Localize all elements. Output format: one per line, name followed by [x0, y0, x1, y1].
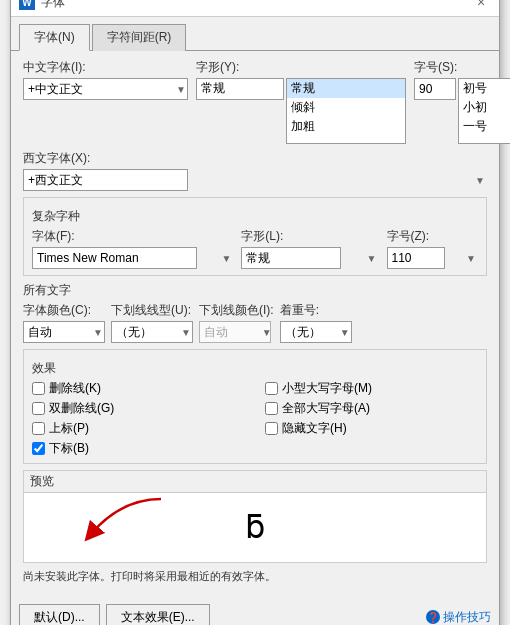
size-item-xiaochuo[interactable]: 小初 [459, 98, 510, 117]
size-item-yihao[interactable]: 一号 [459, 117, 510, 136]
underline-color-select-wrap: 自动 ▼ [199, 321, 274, 343]
bottom-bar: 默认(D)... 文本效果(E)... ❓ 操作技巧 [11, 598, 499, 626]
complex-font-title: 复杂字种 [32, 208, 478, 225]
underline-color-select[interactable]: 自动 [199, 321, 271, 343]
complex-font-select[interactable]: Times New Roman [32, 247, 197, 269]
complex-style-arrow: ▼ [367, 252, 377, 263]
strikethrough-row: 删除线(K) [32, 380, 245, 397]
underline-type-col: 下划线线型(U): （无） ▼ [111, 302, 193, 343]
underline-type-select-wrap: （无） ▼ [111, 321, 193, 343]
tab-char-spacing[interactable]: 字符间距(R) [92, 24, 187, 51]
superscript-label: 上标(P) [49, 420, 89, 437]
operation-tips-link[interactable]: ❓ 操作技巧 [426, 609, 491, 626]
font-size-col: 字号(S): 初号 小初 一号 [414, 59, 510, 144]
complex-size-label: 字号(Z): [387, 228, 478, 245]
strikethrough-label: 删除线(K) [49, 380, 101, 397]
font-style-label: 字形(Y): [196, 59, 406, 76]
effects-grid: 删除线(K) 小型大写字母(M) 双删除线(G) 全部大写字母(A) [32, 380, 478, 457]
hidden-checkbox[interactable] [265, 422, 278, 435]
superscript-checkbox[interactable] [32, 422, 45, 435]
font-style-col: 字形(Y): 常规 倾斜 加粗 [196, 59, 406, 144]
small-caps-checkbox[interactable] [265, 382, 278, 395]
chinese-font-label: 中文字体(I): [23, 59, 188, 76]
complex-style-select-wrap: 常规 ▼ [241, 247, 378, 269]
font-size-area: 初号 小初 一号 [414, 78, 510, 144]
all-caps-checkbox[interactable] [265, 402, 278, 415]
small-caps-label: 小型大写字母(M) [282, 380, 372, 397]
complex-font-col: 字体(F): Times New Roman ▼ [32, 228, 233, 269]
subscript-checkbox[interactable] [32, 442, 45, 455]
preview-section: 预览 ƃ [23, 470, 487, 563]
close-button[interactable]: × [471, 0, 491, 12]
emphasis-select-wrap: （无） ▼ [280, 321, 352, 343]
style-item-regular[interactable]: 常规 [287, 79, 405, 98]
western-font-select[interactable]: +西文正文 [23, 169, 188, 191]
complex-font-label: 字体(F): [32, 228, 233, 245]
double-strikethrough-label: 双删除线(G) [49, 400, 114, 417]
subscript-label: 下标(B) [49, 440, 89, 457]
hidden-row: 隐藏文字(H) [265, 420, 478, 437]
complex-font-row: 字体(F): Times New Roman ▼ 字形(L): 常规 [32, 228, 478, 269]
complex-font-select-wrap: Times New Roman ▼ [32, 247, 233, 269]
strikethrough-checkbox[interactable] [32, 382, 45, 395]
font-style-dropdown: 常规 倾斜 加粗 [286, 78, 406, 144]
complex-style-select[interactable]: 常规 [241, 247, 341, 269]
text-effects-button[interactable]: 文本效果(E)... [106, 604, 210, 626]
subscript-row: 下标(B) [32, 440, 245, 457]
font-size-list[interactable]: 初号 小初 一号 [458, 78, 510, 144]
complex-size-select[interactable]: 110 [387, 247, 445, 269]
font-size-input[interactable] [414, 78, 456, 100]
emphasis-select[interactable]: （无） [280, 321, 352, 343]
default-button[interactable]: 默认(D)... [19, 604, 100, 626]
font-dialog: W 字体 × 字体(N) 字符间距(R) 中文字体(I): +中文正文 ▼ [10, 0, 500, 625]
title-bar-left: W 字体 [19, 0, 65, 11]
preview-box: ƃ [24, 492, 486, 562]
font-color-select-wrap: 自动 ▼ [23, 321, 105, 343]
main-content: 中文字体(I): +中文正文 ▼ 字形(Y): 常规 倾斜 [11, 50, 499, 598]
small-caps-row: 小型大写字母(M) [265, 380, 478, 397]
tab-font[interactable]: 字体(N) [19, 24, 90, 51]
underline-type-select[interactable]: （无） [111, 321, 193, 343]
font-color-select[interactable]: 自动 [23, 321, 105, 343]
western-font-row: 西文字体(X): +西文正文 ▼ [23, 150, 487, 191]
chinese-font-col: 中文字体(I): +中文正文 ▼ [23, 59, 188, 100]
all-caps-row: 全部大写字母(A) [265, 400, 478, 417]
size-item-chuhao[interactable]: 初号 [459, 79, 510, 98]
emphasis-label: 着重号: [280, 302, 352, 319]
western-font-arrow: ▼ [475, 174, 485, 185]
style-item-italic[interactable]: 倾斜 [287, 98, 405, 117]
font-style-list[interactable]: 常规 倾斜 加粗 [286, 78, 406, 144]
font-row-1: 中文字体(I): +中文正文 ▼ 字形(Y): 常规 倾斜 [23, 59, 487, 144]
font-style-area: 常规 倾斜 加粗 [196, 78, 406, 144]
font-color-col: 字体颜色(C): 自动 ▼ [23, 302, 105, 343]
tips-icon: ❓ [426, 610, 440, 624]
complex-font-arrow: ▼ [221, 252, 231, 263]
underline-type-label: 下划线线型(U): [111, 302, 193, 319]
chinese-font-select[interactable]: +中文正文 [23, 78, 188, 100]
underline-color-col: 下划线颜色(I): 自动 ▼ [199, 302, 274, 343]
emphasis-col: 着重号: （无） ▼ [280, 302, 352, 343]
note-text: 尚未安装此字体。打印时将采用最相近的有效字体。 [23, 569, 487, 584]
dialog-title: 字体 [41, 0, 65, 11]
complex-size-select-wrap: 110 ▼ [387, 247, 478, 269]
style-item-bold[interactable]: 加粗 [287, 117, 405, 136]
western-font-col: 西文字体(X): +西文正文 ▼ [23, 150, 487, 191]
complex-style-col: 字形(L): 常规 ▼ [241, 228, 378, 269]
font-color-label: 字体颜色(C): [23, 302, 105, 319]
effects-empty [265, 440, 478, 457]
app-icon: W [19, 0, 35, 10]
font-style-input[interactable] [196, 78, 284, 100]
double-strikethrough-checkbox[interactable] [32, 402, 45, 415]
all-text-section: 所有文字 字体颜色(C): 自动 ▼ 下划线线型(U): [23, 282, 487, 343]
chinese-font-select-wrap: +中文正文 ▼ [23, 78, 188, 100]
western-font-select-wrap: +西文正文 ▼ [23, 169, 487, 191]
complex-font-section: 复杂字种 字体(F): Times New Roman ▼ 字形(L): [23, 197, 487, 276]
all-text-row: 字体颜色(C): 自动 ▼ 下划线线型(U): （无） [23, 302, 487, 343]
tab-bar: 字体(N) 字符间距(R) [11, 17, 499, 50]
underline-color-label: 下划线颜色(I): [199, 302, 274, 319]
double-strike-row: 双删除线(G) [32, 400, 245, 417]
complex-size-col: 字号(Z): 110 ▼ [387, 228, 478, 269]
superscript-row: 上标(P) [32, 420, 245, 437]
title-bar: W 字体 × [11, 0, 499, 17]
effects-label: 效果 [32, 360, 478, 377]
